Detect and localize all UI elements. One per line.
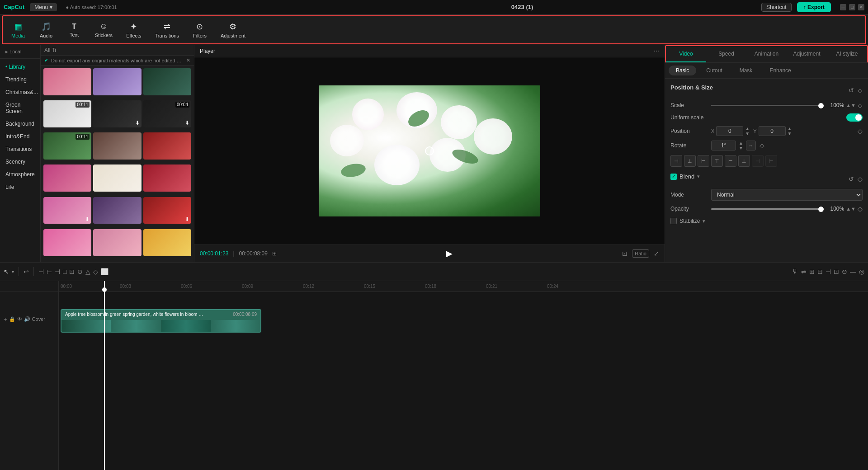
media-thumb[interactable]: ⬇	[93, 100, 141, 127]
timeline-toggle-icon[interactable]: ⊞	[272, 250, 277, 257]
split-btn[interactable]: ⊢	[47, 268, 52, 275]
shortcut-button[interactable]: Shortcut	[761, 3, 792, 12]
zoom-icon[interactable]: ⤢	[654, 250, 659, 257]
subtab-cutout[interactable]: Cutout	[699, 66, 729, 75]
subtab-basic[interactable]: Basic	[669, 66, 696, 75]
blend-reset-icon[interactable]: ↺	[849, 175, 854, 183]
split-audio-icon[interactable]: ⇌	[801, 268, 807, 275]
delete-btn[interactable]: □	[63, 268, 66, 275]
mic-icon[interactable]: 🎙	[792, 268, 798, 275]
cursor-tool-icon[interactable]: ↖	[4, 268, 9, 275]
ratio-button[interactable]: Ratio	[632, 249, 649, 258]
tool-effects[interactable]: ✦ Effects	[120, 20, 147, 40]
scale-adjust-down[interactable]: ▼	[851, 103, 856, 108]
scale-slider[interactable]	[711, 105, 824, 106]
split-start-btn[interactable]: ⊣	[38, 268, 44, 275]
media-thumb[interactable]	[143, 132, 191, 160]
tab-ai-stylize[interactable]: AI stylize	[827, 46, 867, 62]
zoom-out-icon[interactable]: ⊖	[842, 268, 847, 275]
track-audio-icon[interactable]: 🔊	[24, 316, 30, 322]
pos-x-input[interactable]	[716, 126, 743, 136]
pos-y-up[interactable]: ▲▼	[788, 126, 792, 136]
track-eye-icon[interactable]: 👁	[17, 316, 22, 322]
align-right[interactable]: ⊢	[698, 155, 709, 167]
tool-transitions[interactable]: ⇌ Transitions	[149, 20, 185, 40]
export-button[interactable]: ↑ Export	[797, 2, 831, 12]
subtab-mask[interactable]: Mask	[732, 66, 760, 75]
tool-filters[interactable]: ⊙ Filters	[186, 20, 213, 40]
tool-stickers[interactable]: ☺ Stickers	[89, 20, 119, 40]
sidebar-scenery[interactable]: Scenery	[0, 155, 40, 168]
player-menu-icon[interactable]: ⋯	[654, 48, 659, 54]
sidebar-greenscreen[interactable]: Green Screen	[0, 99, 40, 118]
triangle-btn[interactable]: △	[85, 268, 90, 275]
tool-text[interactable]: T Text	[61, 21, 88, 39]
sidebar-background[interactable]: Background	[0, 118, 40, 130]
sidebar-introend[interactable]: Intro&End	[0, 130, 40, 143]
sidebar-transitions[interactable]: Transitions	[0, 143, 40, 155]
opacity-slider[interactable]	[711, 208, 824, 210]
maximize-button[interactable]: □	[849, 4, 855, 10]
rotate-keyframe[interactable]: ◇	[760, 142, 764, 149]
media-thumb[interactable]	[93, 197, 141, 224]
media-thumb[interactable]	[143, 229, 191, 256]
scale-keyframe[interactable]: ◇	[858, 102, 863, 109]
settings-icon[interactable]: ◎	[859, 268, 864, 275]
diamond-btn[interactable]: ◇	[93, 268, 98, 275]
opacity-up[interactable]: ▲	[846, 206, 851, 212]
pos-reset-icon[interactable]: ↺	[849, 87, 854, 94]
align-top[interactable]: ⊤	[711, 155, 723, 167]
blend-chevron[interactable]: ▾	[697, 174, 700, 179]
media-thumb[interactable]	[93, 68, 141, 95]
media-thumb[interactable]	[43, 68, 91, 95]
tab-speed[interactable]: Speed	[706, 46, 746, 62]
blend-checkbox[interactable]: ✓	[670, 174, 677, 180]
copy-icon[interactable]: ⊣	[826, 268, 831, 275]
stabilize-checkbox[interactable]	[670, 218, 677, 224]
tab-animation[interactable]: Animation	[746, 46, 787, 62]
sidebar-library[interactable]: • Library	[0, 61, 40, 73]
media-thumb[interactable]: 00:11	[43, 100, 91, 127]
play-timeline-btn[interactable]: ⊙	[77, 268, 83, 275]
position-keyframe[interactable]: ◇	[858, 127, 863, 135]
rotate-flip-h[interactable]: ↔	[746, 141, 756, 150]
cursor-dropdown[interactable]: ▾	[12, 269, 14, 274]
media-thumb[interactable]: 00:11	[43, 132, 91, 160]
play-button[interactable]: ▶	[446, 249, 453, 258]
captions-icon[interactable]: ⊞	[809, 268, 815, 275]
media-thumb[interactable]: ⬇	[43, 197, 91, 224]
menu-button[interactable]: Menu ▾	[30, 3, 57, 11]
sidebar-trending[interactable]: Trending	[0, 73, 40, 86]
align-center-v[interactable]: ⊢	[725, 155, 736, 167]
mode-select[interactable]: Normal	[711, 189, 863, 201]
rotate-up[interactable]: ▲▼	[739, 141, 743, 150]
minimize-button[interactable]: ─	[840, 4, 846, 10]
undo-btn[interactable]: ↩	[24, 268, 29, 275]
align-bottom[interactable]: ⊥	[738, 155, 750, 167]
media-thumb[interactable]	[43, 229, 91, 256]
sidebar-christmas[interactable]: Christmas&...	[0, 86, 40, 99]
opacity-down[interactable]: ▼	[851, 206, 856, 212]
subtab-enhance[interactable]: Enhance	[762, 66, 798, 75]
media-thumb[interactable]	[93, 164, 141, 192]
link-icon[interactable]: ⊟	[817, 268, 823, 275]
sidebar-atmosphere[interactable]: Atmosphere	[0, 168, 40, 181]
media-thumb[interactable]: ⬇	[143, 197, 191, 224]
tab-video[interactable]: Video	[666, 46, 706, 62]
media-thumb[interactable]	[43, 164, 91, 192]
close-button[interactable]: ✕	[858, 4, 864, 10]
opacity-keyframe[interactable]: ◇	[858, 205, 863, 212]
media-thumb[interactable]	[143, 68, 191, 95]
zoom-in-icon[interactable]: —	[850, 268, 856, 275]
track-add-icon[interactable]: +	[4, 316, 7, 323]
stabilize-chevron[interactable]: ▾	[703, 218, 705, 224]
notice-close[interactable]: ✕	[186, 57, 190, 63]
tool-media[interactable]: ▦ Media	[5, 20, 32, 40]
rotate-input[interactable]	[711, 141, 736, 150]
pos-y-input[interactable]	[759, 126, 786, 136]
tab-adjustment[interactable]: Adjustment	[787, 46, 827, 62]
media-thumb[interactable]	[93, 229, 141, 256]
fullscreen-icon[interactable]: ⊡	[622, 250, 627, 257]
uniform-scale-toggle[interactable]	[846, 113, 863, 122]
crop-btn[interactable]: ⊡	[69, 268, 75, 275]
